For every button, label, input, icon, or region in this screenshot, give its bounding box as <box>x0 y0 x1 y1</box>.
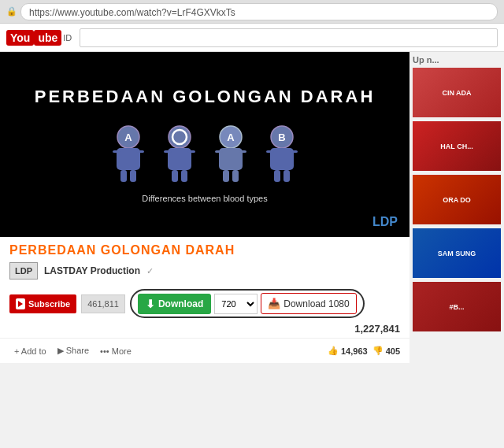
main-layout: PERBEDAAN GOLONGAN DARAH A <box>0 52 504 363</box>
channel-logo: LDP <box>9 262 38 280</box>
address-bar[interactable]: https://www.youtube.com/watch?v=LrF4GXVk… <box>20 3 498 20</box>
svg-rect-11 <box>187 150 195 153</box>
yt-country-code: ID <box>63 33 72 43</box>
add-to-button[interactable]: + Add to <box>9 344 51 358</box>
svg-rect-19 <box>223 170 229 182</box>
sidebar: Up n... CIN ADA HAL CH... ORA DO SAM SUN… <box>410 52 504 363</box>
video-info: PERBEDAAN GOLONGAN DARAH LDP LASTDAY Pro… <box>0 237 410 287</box>
svg-rect-12 <box>172 170 178 182</box>
verified-icon: ✓ <box>146 266 154 276</box>
svg-text:A: A <box>227 131 235 143</box>
svg-rect-27 <box>284 170 290 182</box>
like-count: 14,963 <box>341 346 368 356</box>
video-content: PERBEDAAN GOLONGAN DARAH A <box>35 87 376 203</box>
svg-rect-5 <box>120 170 127 182</box>
sidebar-header: Up n... <box>413 55 501 65</box>
thumb-bg-3: ORA DO <box>413 175 501 224</box>
video-overlay-title: PERBEDAAN GOLONGAN DARAH <box>35 87 376 107</box>
svg-rect-17 <box>215 150 223 153</box>
sidebar-thumb-5[interactable]: #B... <box>413 282 501 331</box>
thumb-bg-4: SAM SUNG <box>413 228 501 278</box>
yt-logo-red: You <box>6 30 34 46</box>
download-1080-label: Download 1080 <box>284 298 349 309</box>
svg-rect-18 <box>239 150 246 153</box>
bottom-actions: + Add to ▶ Share ••• More 👍 14,963 👎 405 <box>0 338 410 363</box>
like-button[interactable]: 👍 14,963 <box>328 346 368 356</box>
youtube-header: You ube ID <box>0 24 504 52</box>
char-o <box>160 123 199 182</box>
video-characters: A <box>35 123 376 182</box>
video-player[interactable]: PERBEDAAN GOLONGAN DARAH A <box>0 52 410 237</box>
like-section: 👍 14,963 👎 405 <box>328 346 400 356</box>
char-a2: A <box>211 123 250 182</box>
char-b: B <box>262 123 302 182</box>
svg-rect-13 <box>181 170 187 182</box>
svg-rect-3 <box>113 150 120 153</box>
add-to-label: + Add to <box>14 346 46 356</box>
action-bar: Subscribe 461,811 ⬇ Download 720 1080 48… <box>0 287 410 338</box>
svg-rect-20 <box>232 170 239 182</box>
quality-select[interactable]: 720 1080 480 360 <box>214 294 258 314</box>
youtube-logo[interactable]: You ube ID <box>6 30 72 46</box>
yt-play-triangle <box>18 301 23 307</box>
subscriber-count: 461,811 <box>81 294 125 313</box>
download-1080-button[interactable]: 📥 Download 1080 <box>261 293 356 314</box>
video-watermark: LDP <box>372 215 398 229</box>
thumb-bg-2: HAL CH... <box>413 121 501 171</box>
sidebar-thumb-3[interactable]: ORA DO <box>413 175 501 224</box>
search-input[interactable] <box>80 28 498 47</box>
channel-name[interactable]: LASTDAY Production <box>44 265 140 276</box>
dislike-count: 405 <box>386 346 400 356</box>
svg-rect-4 <box>136 150 144 153</box>
view-count: 1,227,841 <box>354 323 400 335</box>
download-1080-icon: 📥 <box>268 298 280 309</box>
svg-rect-24 <box>266 150 274 153</box>
download-arrow-icon: ⬇ <box>146 298 155 310</box>
subscribe-button[interactable]: Subscribe <box>9 294 76 313</box>
thumb-bg-5: #B... <box>413 282 501 331</box>
sidebar-thumb-4[interactable]: SAM SUNG <box>413 228 501 278</box>
svg-rect-10 <box>164 150 172 153</box>
thumbs-down-icon: 👎 <box>372 346 384 356</box>
lock-icon: 🔒 <box>6 6 17 17</box>
yt-play-icon <box>16 298 25 309</box>
thumbs-up-icon: 👍 <box>328 346 339 356</box>
sidebar-thumb-1[interactable]: CIN ADA <box>413 68 501 117</box>
browser-chrome: 🔒 https://www.youtube.com/watch?v=LrF4GX… <box>0 0 504 24</box>
char-a: A <box>109 123 148 182</box>
svg-rect-26 <box>274 170 280 182</box>
dislike-button[interactable]: 👎 405 <box>372 346 400 356</box>
download-button[interactable]: ⬇ Download <box>138 294 211 314</box>
svg-rect-25 <box>290 150 298 153</box>
more-button[interactable]: ••• More <box>95 344 136 358</box>
svg-rect-6 <box>130 170 136 182</box>
yt-logo-tube: ube <box>34 30 61 46</box>
sidebar-thumb-2[interactable]: HAL CH... <box>413 121 501 171</box>
channel-row: LDP LASTDAY Production ✓ <box>9 262 400 280</box>
svg-text:B: B <box>278 131 285 143</box>
share-label: ▶ Share <box>57 346 89 356</box>
video-section: PERBEDAAN GOLONGAN DARAH A <box>0 52 410 363</box>
download-area: ⬇ Download 720 1080 480 360 📥 Download 1… <box>130 289 365 318</box>
video-title: PERBEDAAN GOLONGAN DARAH <box>9 243 400 257</box>
download-label: Download <box>158 298 203 309</box>
svg-text:A: A <box>124 131 132 143</box>
more-label: ••• More <box>100 346 132 356</box>
video-subtitle: Differences between blood types <box>35 194 376 203</box>
share-button[interactable]: ▶ Share <box>53 343 94 358</box>
subscribe-label: Subscribe <box>28 299 70 309</box>
thumb-bg-1: CIN ADA <box>413 68 501 117</box>
